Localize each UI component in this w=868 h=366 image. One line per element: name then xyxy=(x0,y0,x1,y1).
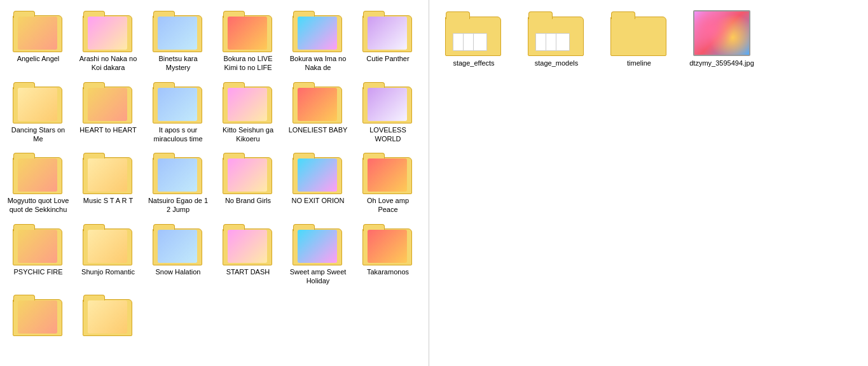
folder-label: Natsuiro Egao de 1 2 Jump xyxy=(146,196,210,215)
folder-icon xyxy=(223,80,273,123)
image-file-item[interactable]: dtzymy_3595494.jpg xyxy=(684,6,760,71)
folder-icon xyxy=(223,9,273,52)
folder-item-bokura-wa-ima[interactable]: Bokura wa Ima no Naka de xyxy=(284,6,352,75)
right-folder-item-stage-models[interactable]: stage_models xyxy=(518,6,595,71)
folder-item-cutie-panther[interactable]: Cutie Panther xyxy=(354,6,422,75)
folder-label: Dancing Stars on Me xyxy=(6,125,70,144)
folder-cover xyxy=(158,17,197,50)
folder-cover xyxy=(368,88,407,121)
folder-label: Bokura wa Ima no Naka de xyxy=(286,54,350,73)
folder-icon xyxy=(83,9,134,52)
right-panel: stage_effects stage_models timeline dtzy… xyxy=(429,0,868,366)
folder-image xyxy=(158,230,197,263)
right-folder-item-stage-effects[interactable]: stage_effects xyxy=(436,6,512,71)
folder-label: Binetsu kara Mystery xyxy=(146,54,210,73)
folder-image xyxy=(368,17,407,50)
folder-item-kitto-seishun[interactable]: Kitto Seishun ga Kikoeru xyxy=(214,78,282,146)
folder-icon xyxy=(362,9,413,52)
folder-item-no-brand-girls[interactable]: No Brand Girls xyxy=(214,148,282,217)
folder-item-oh-love-amp[interactable]: Oh Love amp Peace xyxy=(354,148,422,217)
folder-item-mogyutto[interactable]: Mogyutto quot Love quot de Sekkinchu xyxy=(4,148,72,217)
folder-icon xyxy=(83,293,134,336)
folder-item-dancing-stars[interactable]: Dancing Stars on Me xyxy=(4,78,72,146)
folder-icon xyxy=(293,222,343,265)
left-panel: Angelic Angel Arashi no Naka no Koi daka… xyxy=(0,0,429,366)
folder-label: LONELIEST BABY xyxy=(289,125,348,134)
folder-cover xyxy=(158,158,197,192)
folder-image xyxy=(228,88,267,121)
folder-image xyxy=(18,158,57,192)
folder-item-loveless-world[interactable]: LOVELESS WORLD xyxy=(354,78,422,146)
folder-cover xyxy=(228,230,267,263)
folder-cover xyxy=(298,88,337,121)
folder-cover xyxy=(18,17,57,50)
folder-image xyxy=(298,88,337,121)
folder-item-psychic-fire[interactable]: PSYCHIC FIRE xyxy=(4,220,72,288)
folder-item-arashi-no-naka[interactable]: Arashi no Naka no Koi dakara xyxy=(74,6,142,75)
folder-cover xyxy=(368,158,407,192)
folder-label: Sweet amp Sweet Holiday xyxy=(286,267,350,286)
folder-icon xyxy=(13,293,64,336)
folder-icon xyxy=(223,222,273,265)
folder-item-folder-26[interactable] xyxy=(74,290,142,341)
folder-image xyxy=(298,230,337,263)
folder-item-binetsu-kara[interactable]: Binetsu kara Mystery xyxy=(144,6,212,75)
plain-folder-icon xyxy=(445,10,502,56)
folder-image xyxy=(88,230,127,263)
folder-item-heart-to-heart[interactable]: HEART to HEART xyxy=(74,78,142,146)
folder-item-it-apos[interactable]: It apos s our miraculous time xyxy=(144,78,212,146)
folder-label: Bokura no LIVE Kimi to no LIFE xyxy=(216,54,280,73)
folder-item-bokura-no-live[interactable]: Bokura no LIVE Kimi to no LIFE xyxy=(214,6,282,75)
folder-icon xyxy=(293,151,343,194)
folder-label: No Brand Girls xyxy=(225,196,271,205)
folder-scroll-area[interactable]: Angelic Angel Arashi no Naka no Koi daka… xyxy=(0,0,429,366)
folder-cover xyxy=(298,230,337,263)
folder-image xyxy=(228,158,267,192)
folder-item-no-exit-orion[interactable]: NO EXIT ORION xyxy=(284,148,352,217)
folder-image xyxy=(18,17,57,50)
folder-image xyxy=(88,158,127,192)
folder-cover xyxy=(18,158,57,192)
folder-item-sweet-amp[interactable]: Sweet amp Sweet Holiday xyxy=(284,220,352,288)
folder-icon xyxy=(153,151,203,194)
folder-item-takaramonos[interactable]: Takaramonos xyxy=(354,220,422,288)
folder-cover xyxy=(298,158,337,192)
folder-cover xyxy=(88,158,127,192)
folder-icon xyxy=(293,9,343,52)
folder-label: Kitto Seishun ga Kikoeru xyxy=(216,125,280,144)
folder-image xyxy=(298,17,337,50)
folder-icon xyxy=(13,151,64,194)
folder-label: Oh Love amp Peace xyxy=(356,196,420,215)
folder-label: NO EXIT ORION xyxy=(292,196,345,205)
folder-image xyxy=(368,230,407,263)
folder-image xyxy=(18,88,57,121)
folder-icon xyxy=(362,222,413,265)
folder-cover xyxy=(228,17,267,50)
plain-folder-icon xyxy=(610,10,668,56)
folder-icon xyxy=(13,222,64,265)
folder-item-natsuiro-egao[interactable]: Natsuiro Egao de 1 2 Jump xyxy=(144,148,212,217)
folder-item-loneliest-baby[interactable]: LONELIEST BABY xyxy=(284,78,352,146)
folder-image xyxy=(88,300,127,334)
folder-item-folder-25[interactable] xyxy=(4,290,72,341)
folder-icon xyxy=(83,80,134,123)
image-thumb-inner xyxy=(694,11,749,55)
folder-label: HEART to HEART xyxy=(79,125,136,134)
folder-label: It apos s our miraculous time xyxy=(146,125,210,144)
folder-item-start-dash[interactable]: START DASH xyxy=(214,220,282,288)
folder-item-music-start[interactable]: Music S T A R T xyxy=(74,148,142,217)
folder-label: Snow Halation xyxy=(156,267,201,276)
folder-item-angelic-angel[interactable]: Angelic Angel xyxy=(4,6,72,75)
right-folder-item-timeline[interactable]: timeline xyxy=(601,6,677,71)
folder-icon xyxy=(83,151,134,194)
folder-image xyxy=(158,158,197,192)
right-folder-label: stage_models xyxy=(535,59,579,67)
folder-cover xyxy=(88,230,127,263)
folder-item-shunjo-romantic[interactable]: Shunjo Romantic xyxy=(74,220,142,288)
plain-folder-body xyxy=(610,17,666,56)
folder-cover xyxy=(298,17,337,50)
folder-icon xyxy=(153,9,203,52)
folder-label: Arashi no Naka no Koi dakara xyxy=(76,54,140,73)
folder-item-snow-halation[interactable]: Snow Halation xyxy=(144,220,212,288)
folder-cover xyxy=(18,300,57,334)
